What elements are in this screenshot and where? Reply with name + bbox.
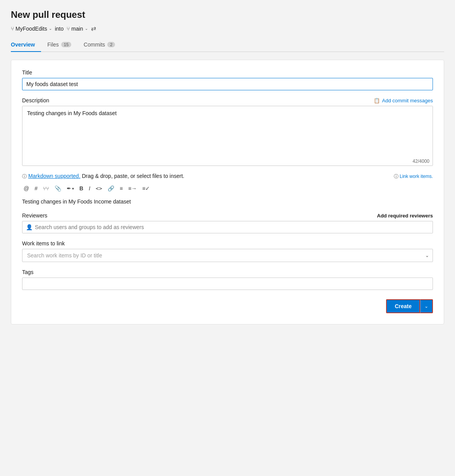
clipboard-icon: 📋 [374, 98, 380, 103]
title-group: Title [22, 69, 433, 90]
editor-toolbar: @ # ⑂⑂ 📎 ✒▾ B I <> 🔗 ≡ ≡→ ≡✓ [22, 183, 433, 194]
create-button[interactable]: Create [386, 299, 420, 313]
source-branch-selector[interactable]: ⑂ MyFoodEdits ⌄ [11, 26, 52, 32]
toolbar-attach-btn[interactable]: 📎 [53, 185, 63, 192]
tab-overview-label: Overview [11, 41, 35, 48]
tab-commits-label: Commits [84, 41, 105, 48]
branch-icon-target: ⑂ [67, 26, 70, 32]
tags-input[interactable] [22, 278, 433, 290]
tab-files-badge: 15 [61, 42, 71, 47]
tab-files[interactable]: Files 15 [41, 38, 77, 52]
work-items-group: Work items to link Search work items by … [22, 240, 433, 262]
markdown-row: ⓘ Markdown supported. Drag & drop, paste… [22, 173, 433, 180]
description-header: Description 📋 Add commit messages [22, 97, 433, 103]
toolbar-link-btn[interactable]: 🔗 [106, 185, 116, 192]
add-commit-messages-label: Add commit messages [382, 98, 433, 103]
toolbar-style-btn[interactable]: ✒▾ [65, 185, 76, 192]
source-branch-name: MyFoodEdits [15, 26, 47, 32]
markdown-note-container: ⓘ Markdown supported. Drag & drop, paste… [22, 173, 184, 180]
tags-group: Tags [22, 269, 433, 290]
description-textarea[interactable]: Testing changes in My Foods dataset [22, 106, 433, 157]
reviewers-group: Reviewers Add required reviewers 👤 [22, 212, 433, 233]
tab-commits[interactable]: Commits 2 [77, 38, 121, 52]
reviewers-header: Reviewers Add required reviewers [22, 212, 433, 219]
title-label: Title [22, 69, 433, 76]
toolbar-ordered-list-btn[interactable]: ≡→ [127, 185, 138, 192]
target-branch-name: main [71, 26, 83, 32]
tags-label: Tags [22, 269, 433, 275]
create-dropdown-button[interactable]: ⌄ [420, 299, 433, 313]
tab-files-label: Files [47, 41, 59, 48]
reviewers-search-wrapper: 👤 [22, 221, 433, 233]
info-icon-link: ⓘ [394, 173, 398, 180]
add-commit-messages-button[interactable]: 📋 Add commit messages [374, 98, 433, 103]
char-count: 42/4000 [22, 158, 433, 166]
work-items-label: Work items to link [22, 240, 433, 247]
target-branch-selector[interactable]: ⑂ main ⌄ [67, 26, 88, 32]
link-work-items-label: Link work items. [400, 174, 433, 179]
info-icon-markdown: ⓘ [22, 174, 27, 179]
main-card: Title Description 📋 Add commit messages … [11, 60, 444, 324]
markdown-supported-link[interactable]: Markdown supported. [28, 173, 81, 179]
reviewer-search-input[interactable] [22, 221, 433, 233]
work-items-select[interactable]: Search work items by ID or title [22, 249, 433, 262]
toolbar-bold-btn[interactable]: B [78, 185, 85, 192]
toolbar-italic-btn[interactable]: I [87, 185, 92, 192]
description-textarea-wrapper: Testing changes in My Foods dataset 42/4… [22, 106, 433, 166]
work-items-select-wrapper: Search work items by ID or title ⌄ [22, 249, 433, 262]
description-group: Description 📋 Add commit messages Testin… [22, 97, 433, 166]
reviewers-label: Reviewers [22, 212, 47, 219]
branch-row: ⑂ MyFoodEdits ⌄ into ⑂ main ⌄ ⇄ [11, 25, 444, 32]
toolbar-unordered-list-btn[interactable]: ≡ [118, 185, 124, 192]
branch-icon-source: ⑂ [11, 26, 14, 32]
tab-commits-badge: 2 [107, 42, 115, 47]
tabs-row: Overview Files 15 Commits 2 [11, 38, 444, 52]
description-preview: Testing changes in My Foods Income datas… [22, 198, 433, 205]
toolbar-pr-btn[interactable]: ⑂⑂ [41, 185, 51, 192]
link-work-items-link[interactable]: ⓘ Link work items. [394, 173, 433, 180]
swap-branches-icon[interactable]: ⇄ [91, 25, 96, 32]
toolbar-hash-btn[interactable]: # [33, 185, 39, 192]
toolbar-code-btn[interactable]: <> [94, 185, 104, 192]
drag-drop-note: Drag & drop, paste, or select files to i… [82, 173, 184, 179]
reviewer-search-icon: 👤 [26, 224, 33, 230]
toolbar-task-list-btn[interactable]: ≡✓ [141, 185, 151, 192]
toolbar-mention-btn[interactable]: @ [22, 185, 31, 192]
target-branch-chevron: ⌄ [85, 26, 88, 31]
into-label: into [55, 26, 64, 32]
create-dropdown-chevron-icon: ⌄ [424, 304, 428, 309]
description-label: Description [22, 97, 49, 103]
add-required-reviewers-link[interactable]: Add required reviewers [377, 213, 433, 219]
tab-overview[interactable]: Overview [11, 38, 41, 52]
pen-icon: ✒ [67, 185, 71, 191]
page-title: New pull request [11, 9, 444, 20]
source-branch-chevron: ⌄ [49, 26, 52, 31]
style-chevron: ▾ [72, 186, 74, 191]
footer-row: Create ⌄ [22, 299, 433, 313]
title-input[interactable] [22, 78, 433, 90]
